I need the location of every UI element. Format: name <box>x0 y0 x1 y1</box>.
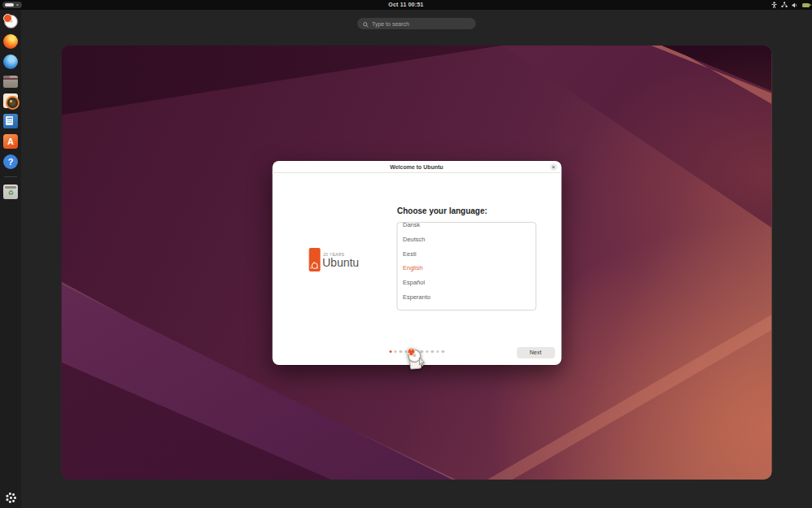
welcome-dialog: Welcome to Ubuntu × Choose your language… <box>272 161 561 365</box>
search-input[interactable]: Type to search <box>357 18 476 29</box>
logo-brand-label: Ubuntu <box>322 256 359 269</box>
trash-icon[interactable] <box>3 185 18 199</box>
top-bar: Oct 11 00:51 <box>0 0 812 10</box>
language-list[interactable]: DanskDeutschEestiEnglishEspañolEsperanto… <box>396 222 536 310</box>
workspace-preview[interactable]: Welcome to Ubuntu × Choose your language… <box>62 46 772 480</box>
activities-overview: Type to search Welcome to Ubuntu × Choos… <box>21 10 812 508</box>
firefox-icon[interactable] <box>3 34 18 49</box>
language-list-scroll: DanskDeutschEestiEnglishEspañolEsperanto… <box>397 222 535 310</box>
pager-dot-8 <box>431 350 434 353</box>
language-option-dansk[interactable]: Dansk <box>397 222 535 232</box>
language-option-eesti[interactable]: Eesti <box>397 246 535 261</box>
volume-icon <box>792 2 798 8</box>
language-option-deutsch[interactable]: Deutsch <box>397 232 535 246</box>
dialog-header: Welcome to Ubuntu × <box>272 161 561 173</box>
language-option-esperanto[interactable]: Esperanto <box>397 289 535 304</box>
pager-dot-0 <box>389 350 391 353</box>
language-heading: Choose your language: <box>397 206 487 215</box>
circle-of-friends-icon <box>311 263 317 269</box>
dock-separator <box>4 176 17 177</box>
rhythmbox-icon[interactable] <box>3 93 18 108</box>
libreoffice-writer-icon[interactable] <box>3 114 18 128</box>
app-center-icon[interactable] <box>3 134 18 149</box>
workspace-indicator[interactable] <box>2 2 22 8</box>
help-icon[interactable] <box>3 154 18 169</box>
close-icon[interactable]: × <box>550 163 557 171</box>
pager-dot-10 <box>442 350 444 353</box>
pager-dot-1 <box>394 350 396 353</box>
pager-dot-2 <box>400 350 402 353</box>
pager-dot-7 <box>425 350 428 353</box>
workspace-dot <box>16 4 19 7</box>
battery-icon <box>802 3 810 7</box>
ubuntu-badge-icon <box>408 348 416 356</box>
next-button[interactable]: Next <box>516 347 555 358</box>
dock <box>0 10 21 508</box>
language-option-english[interactable]: English <box>397 261 535 276</box>
accessibility-icon <box>771 2 777 8</box>
clock[interactable]: Oct 11 00:51 <box>388 0 423 10</box>
language-option-espaol[interactable]: Español <box>397 276 535 290</box>
pager-dot-9 <box>436 350 438 353</box>
mouse-cursor-icon <box>419 355 425 370</box>
search-placeholder: Type to search <box>372 21 409 27</box>
network-icon <box>781 2 788 8</box>
thunderbird-icon[interactable] <box>3 54 18 69</box>
language-option-euskara[interactable]: Euskara <box>397 304 535 310</box>
ubuntu-installer-icon[interactable] <box>3 14 18 28</box>
ubuntu-logo-mark <box>309 248 320 271</box>
search-icon <box>363 16 369 31</box>
dialog-title: Welcome to Ubuntu <box>390 164 443 170</box>
drag-installer-icon <box>408 349 425 371</box>
show-apps-icon[interactable] <box>5 492 16 503</box>
files-icon[interactable] <box>3 76 18 88</box>
system-tray[interactable] <box>771 0 810 10</box>
workspace-active-pill <box>5 3 14 7</box>
